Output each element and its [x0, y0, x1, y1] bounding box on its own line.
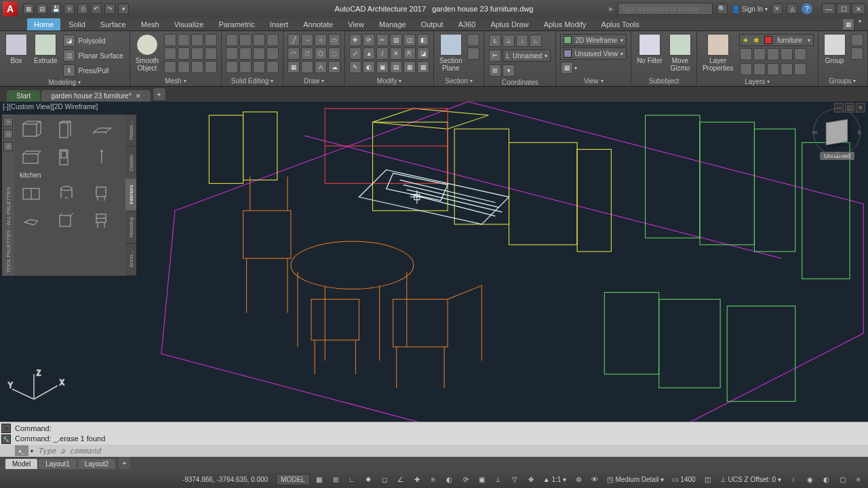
palette-tool-icon[interactable] — [54, 119, 81, 140]
section-icon[interactable] — [467, 34, 479, 46]
modify-icon[interactable]: ⤢ — [349, 47, 361, 60]
ribbon-extra-icon[interactable]: ▦ — [842, 18, 854, 30]
maximize-button[interactable]: ☐ — [837, 3, 850, 14]
tab-aplus-tools[interactable]: Aplus Tools — [595, 18, 646, 30]
ucs-icon[interactable]: Z X Y — [7, 369, 68, 409]
tab-annotate[interactable]: Annotate — [296, 18, 340, 30]
section-icon[interactable] — [467, 47, 479, 60]
palette-tool-icon[interactable] — [18, 119, 45, 140]
draw-icon[interactable]: A — [315, 61, 327, 73]
search-icon[interactable]: 🔍 — [717, 3, 728, 14]
layer-icon[interactable] — [794, 63, 806, 75]
solid-edit-icon[interactable] — [253, 47, 265, 60]
layer-icon[interactable] — [794, 48, 806, 60]
draw-icon[interactable]: ☁ — [328, 61, 340, 73]
a360-icon[interactable]: ◬ — [787, 3, 797, 14]
mesh-tool-icon[interactable] — [164, 61, 176, 73]
mesh-tool-icon[interactable] — [178, 34, 190, 46]
modify-icon[interactable]: ✎ — [349, 61, 361, 73]
no-filter-button[interactable]: No Filter — [634, 33, 665, 66]
viewport-restore-icon[interactable]: ◱ — [845, 103, 854, 113]
draw-icon[interactable]: ⬠ — [315, 47, 327, 60]
solid-edit-icon[interactable] — [253, 61, 265, 73]
modify-icon[interactable]: ⇱ — [403, 47, 416, 60]
solid-edit-icon[interactable] — [267, 61, 279, 73]
solid-edit-icon[interactable] — [239, 34, 252, 46]
snap-toggle-icon[interactable]: ⊞ — [329, 472, 342, 486]
filter-icon[interactable]: ▽ — [508, 472, 521, 486]
panel-coords-title[interactable]: Coordinates — [502, 79, 538, 86]
solid-edit-icon[interactable] — [239, 61, 252, 73]
palette-tool-icon[interactable] — [89, 146, 116, 167]
layer-properties-button[interactable]: Layer Properties — [700, 33, 736, 73]
minimize-button[interactable]: — — [822, 3, 835, 14]
solid-edit-icon[interactable] — [226, 61, 238, 73]
viewport[interactable]: [-][Custom View][2D Wireframe] — ◱ ✕ ✕ ⊟… — [0, 102, 868, 422]
palette-tool-icon[interactable] — [54, 146, 81, 167]
move-gizmo-button[interactable]: Move Gizmo — [667, 33, 694, 73]
layer-icon[interactable] — [753, 63, 766, 75]
infocenter-search-input[interactable] — [618, 3, 713, 15]
palette-close-icon[interactable]: ✕ — [3, 117, 13, 127]
mesh-tool-icon[interactable] — [178, 47, 190, 60]
dyninput-icon[interactable]: ✚ — [410, 472, 424, 486]
panel-modeling-title[interactable]: Modeling — [49, 79, 77, 86]
modify-icon[interactable]: ▣ — [376, 61, 389, 73]
modify-icon[interactable]: ◫ — [403, 34, 416, 46]
tab-view[interactable]: View — [341, 18, 371, 30]
ucs-icon[interactable]: ⊥ — [502, 35, 515, 47]
panel-solidedit-title[interactable]: Solid Editing — [231, 77, 269, 85]
app-menu-icon[interactable]: A — [3, 1, 18, 16]
planar-surface-label[interactable]: Planar Surface — [77, 52, 124, 60]
panel-section-title[interactable]: Section — [446, 77, 468, 85]
palette-tool-icon[interactable] — [89, 182, 116, 203]
exchange-icon[interactable]: ✕ — [772, 3, 783, 14]
modify-icon[interactable]: ▦ — [403, 61, 416, 73]
panel-view-title[interactable]: View — [584, 77, 599, 85]
modify-icon[interactable]: ▥ — [390, 34, 402, 46]
panel-modify-title[interactable]: Modify — [377, 77, 397, 85]
viewcube[interactable]: N S E W Unnamed — [820, 115, 854, 160]
modify-icon[interactable]: ✕ — [390, 47, 402, 60]
solid-edit-icon[interactable] — [253, 34, 265, 46]
draw-icon[interactable]: ◌ — [328, 47, 340, 60]
mesh-tool-icon[interactable] — [178, 61, 190, 73]
qat-save-icon[interactable]: 💾 — [50, 3, 61, 14]
tab-mesh[interactable]: Mesh — [134, 18, 166, 30]
doc-tab-start[interactable]: Start — [7, 90, 40, 102]
palette-tool-icon[interactable] — [89, 209, 116, 230]
panel-mesh-title[interactable]: Mesh — [165, 77, 181, 85]
signin-button[interactable]: 👤 Sign In▾ — [732, 5, 768, 13]
ucs-icon[interactable]: ∟ — [530, 35, 542, 47]
polysolid-icon[interactable]: ◪ — [63, 35, 75, 47]
dyn-ucs-icon[interactable]: ⊥ — [492, 472, 505, 486]
layer-icon[interactable] — [767, 48, 779, 60]
osnap-toggle-icon[interactable]: ◻ — [378, 472, 391, 486]
palette-tool-icon[interactable] — [89, 119, 116, 140]
modify-icon[interactable]: ✂ — [376, 34, 389, 46]
layer-icon[interactable] — [767, 63, 779, 75]
qat-new-icon[interactable]: ▦ — [23, 3, 34, 14]
ucs-icon[interactable]: L — [489, 35, 501, 47]
transparency-icon[interactable]: ◐ — [443, 472, 456, 486]
mesh-tool-icon[interactable] — [205, 61, 217, 73]
draw-icon[interactable]: ○ — [315, 34, 327, 46]
viewport-close-icon[interactable]: ✕ — [856, 103, 865, 113]
layout-tab-model[interactable]: Model — [5, 459, 37, 469]
group-icon[interactable] — [851, 47, 863, 60]
tab-insert[interactable]: Insert — [263, 18, 296, 30]
mesh-tool-icon[interactable] — [191, 34, 203, 46]
ucs-icon[interactable]: ▾ — [502, 64, 515, 77]
saved-view-combo[interactable]: Unsaved View▾ — [560, 47, 627, 60]
ucs-offset-combo[interactable]: ⊥ UCS Z Offset: 0 ▾ — [717, 476, 784, 483]
ucs-icon[interactable]: ⊞ — [489, 64, 501, 77]
isolate-icon[interactable]: ◉ — [803, 472, 816, 486]
grid-toggle-icon[interactable]: ▦ — [313, 472, 326, 486]
palette-tab[interactable]: Interiors — [125, 179, 136, 211]
layer-icon[interactable] — [740, 63, 752, 75]
presspull-icon[interactable]: ⇕ — [63, 64, 75, 77]
tab-manage[interactable]: Manage — [372, 18, 413, 30]
palette-tool-icon[interactable] — [18, 209, 45, 230]
command-prompt-icon[interactable]: ▸_ — [15, 445, 28, 456]
qat-redo-icon[interactable]: ↷ — [104, 3, 115, 14]
